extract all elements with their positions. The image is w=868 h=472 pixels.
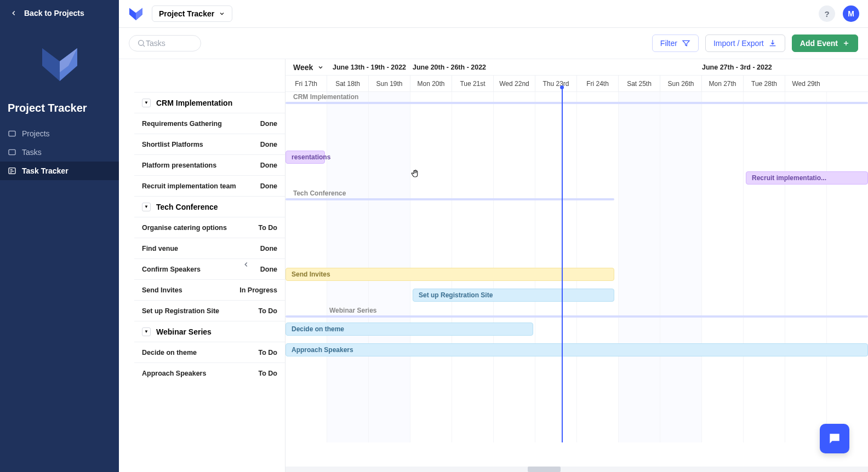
collapse-sidebar-handle[interactable] [242,261,250,270]
task-row[interactable]: Organise catering optionsTo Do [134,217,285,238]
day-header-cell: Sat 18th [327,76,369,91]
scrollbar-thumb[interactable] [528,467,561,472]
tasklist-panel: ▼ CRM Implementation Requirements Gather… [134,59,285,472]
task-status: To Do [259,349,277,356]
day-header-cell: Thu 23rd [535,76,577,91]
group-header-tech[interactable]: ▼ Tech Conference [134,196,285,217]
toolbar: Filter Import / Export Add Event [119,28,868,59]
task-status: Done [260,182,277,190]
bar-platform-presentations[interactable]: resentations [285,151,325,164]
sidebar-item-tasks[interactable]: Tasks [0,143,119,162]
day-header-cell: Fri 24th [577,76,619,91]
caret-down-icon: ▼ [142,203,151,211]
chat-launcher[interactable] [820,424,849,453]
task-status: To Do [259,307,277,315]
task-name: Send Invites [142,286,182,294]
group-name: Webinar Series [156,327,212,336]
project-selector[interactable]: Project Tracker [152,5,232,22]
day-header: Fri 17thSat 18thSun 19thMon 20thTue 21st… [285,76,868,92]
topbar: Project Tracker ? M [119,0,868,28]
task-status: Done [260,162,277,169]
list-icon [8,148,16,157]
chevron-down-icon [317,64,324,71]
group-header-webinar[interactable]: ▼ Webinar Series [134,321,285,342]
task-row[interactable]: Approach SpeakersTo Do [134,362,285,383]
timeline-group-label: Tech Conference [293,189,346,197]
sidebar: Back to Projects Project Tracker Project… [0,0,119,472]
task-row[interactable]: Confirm SpeakersDone [134,258,285,279]
task-name: Organise catering options [142,224,227,232]
chat-icon [827,431,842,446]
svg-rect-0 [9,131,15,136]
task-name: Confirm Speakers [142,266,201,273]
task-row[interactable]: Find venueDone [134,238,285,258]
search-input-wrap[interactable] [129,35,201,51]
task-name: Shortlist Platforms [142,141,203,148]
task-name: Platform presentations [142,162,216,169]
horizontal-scrollbar[interactable] [270,467,868,472]
avatar[interactable]: M [843,5,859,22]
task-status: In Progress [239,286,277,294]
day-header-cell: Fri 17th [285,76,327,91]
back-to-projects[interactable]: Back to Projects [0,0,119,26]
sidebar-title: Project Tracker [0,95,119,124]
bar-setup-registration[interactable]: Set up Registration Site [413,289,614,302]
svg-point-3 [139,41,144,45]
search-icon [137,39,146,48]
task-row[interactable]: Shortlist PlatformsDone [134,134,285,154]
day-header-cell: Tue 21st [452,76,494,91]
bar-send-invites[interactable]: Send Invites [285,268,614,281]
list-icon [8,129,16,138]
task-status: Done [260,266,277,273]
bar-recruit-team[interactable]: Recruit implementatio... [746,171,868,185]
timeline-group-label: Webinar Series [329,307,376,314]
task-row[interactable]: Platform presentationsDone [134,154,285,175]
filter-button[interactable]: Filter [652,34,699,52]
sidebar-item-label: Task Tracker [22,166,68,175]
task-name: Recruit implementation team [142,182,236,190]
help-button[interactable]: ? [819,5,835,22]
group-track [285,102,868,104]
task-row[interactable]: Send InvitesIn Progress [134,279,285,300]
timescale-label: Week [293,63,313,72]
back-label: Back to Projects [24,9,84,18]
group-track [285,198,614,200]
day-header-cell: Wed 29th [785,76,827,91]
sidebar-item-label: Projects [22,129,50,138]
week-range-label: June 20th - 26th - 2022 [413,64,486,71]
task-name: Decide on theme [142,349,197,356]
group-header-crm[interactable]: ▼ CRM Implementation [134,92,285,113]
search-input[interactable] [146,39,190,48]
task-name: Approach Speakers [142,370,206,377]
task-row[interactable]: Requirements GatheringDone [134,113,285,134]
timeline-group-label: CRM Implementation [293,93,358,101]
sidebar-item-projects[interactable]: Projects [0,124,119,143]
sidebar-logo [0,26,119,95]
bar-decide-theme[interactable]: Decide on theme [285,323,533,336]
day-header-cell: Sun 26th [660,76,702,91]
week-range-label: June 13th - 19th - 2022 [333,64,406,71]
task-status: Done [260,141,277,148]
timescale-select[interactable]: Week [293,63,324,72]
task-row[interactable]: Decide on themeTo Do [134,342,285,362]
day-header-cell: Sat 25th [619,76,660,91]
caret-down-icon: ▼ [142,327,151,336]
day-header-cell: Wed 22nd [494,76,535,91]
import-label: Import / Export [713,39,764,48]
day-header-cell: Mon 27th [702,76,744,91]
task-row[interactable]: Recruit implementation teamDone [134,175,285,196]
chevron-down-icon [219,10,225,17]
gantt-icon [8,166,16,175]
sidebar-item-task-tracker[interactable]: Task Tracker [0,162,119,180]
add-event-button[interactable]: Add Event [792,34,858,52]
timeline[interactable]: Week June 13th - 19th - 2022 June 20th -… [285,59,868,472]
day-header-cell: Sun 19th [369,76,410,91]
import-export-button[interactable]: Import / Export [705,34,785,52]
project-name: Project Tracker [159,9,214,18]
task-status: Done [260,120,277,128]
task-name: Requirements Gathering [142,120,222,128]
task-status: Done [260,245,277,252]
task-row[interactable]: Set up Registration SiteTo Do [134,300,285,321]
group-name: CRM Implementation [156,99,232,107]
bar-approach-speakers[interactable]: Approach Speakers [285,343,868,356]
